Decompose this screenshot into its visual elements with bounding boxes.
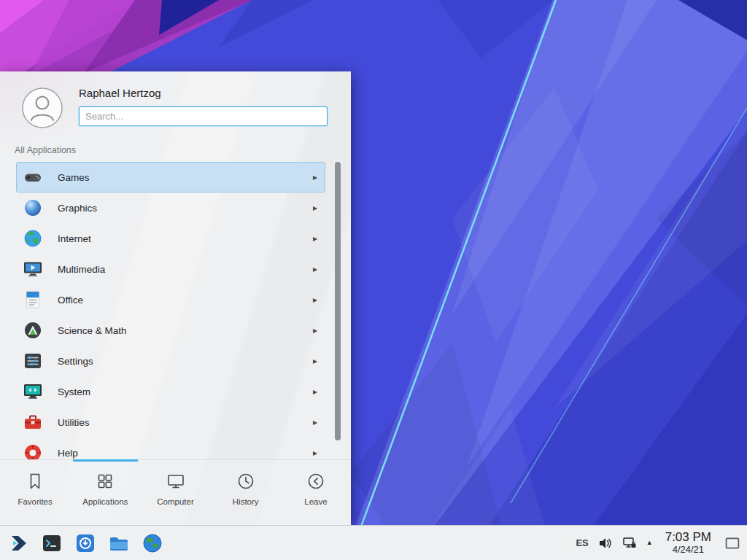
tab-label: Favorites: [18, 497, 52, 506]
category-label: Help: [58, 448, 78, 459]
category-internet[interactable]: Internet ▸: [16, 223, 325, 254]
tray-expand-button[interactable]: ▲: [646, 540, 653, 546]
games-icon: [23, 167, 43, 187]
submenu-arrow-icon: ▸: [313, 264, 325, 274]
globe-icon: [142, 532, 163, 554]
folder-icon: [108, 532, 130, 554]
tab-history[interactable]: History: [211, 460, 281, 525]
user-avatar[interactable]: [22, 88, 63, 128]
submenu-arrow-icon: ▸: [313, 356, 325, 366]
category-settings[interactable]: Settings ▸: [16, 346, 325, 376]
category-graphics[interactable]: Graphics ▸: [16, 192, 325, 223]
category-help[interactable]: Help ▸: [16, 438, 325, 459]
clock-date: 4/24/21: [665, 545, 711, 556]
leave-icon: [306, 472, 325, 491]
category-label: Internet: [58, 233, 91, 244]
office-icon: [23, 289, 43, 310]
category-games[interactable]: Games ▸: [16, 162, 325, 192]
settings-icon: [23, 351, 43, 371]
history-clock-icon: [236, 472, 255, 491]
utilities-icon: [23, 412, 43, 432]
tab-label: History: [233, 497, 259, 506]
network-icon: [622, 536, 637, 551]
science-icon: [23, 320, 43, 341]
network-button[interactable]: [622, 536, 637, 551]
software-center-button[interactable]: [74, 532, 96, 554]
launcher-tab-bar: Favorites Applications Computer: [0, 459, 351, 525]
terminal-app-button[interactable]: [41, 532, 63, 554]
all-applications-label: All Applications: [15, 145, 76, 155]
taskbar-panel: ES ▲ 7:03 PM 4/24/21: [0, 525, 747, 560]
category-label: Office: [58, 295, 83, 306]
category-utilities[interactable]: Utilities ▸: [16, 407, 325, 438]
discover-icon: [74, 532, 96, 554]
system-icon: [23, 381, 43, 402]
category-multimedia[interactable]: Multimedia ▸: [16, 254, 325, 284]
help-icon: [23, 443, 43, 459]
tab-label: Applications: [82, 497, 128, 506]
submenu-arrow-icon: ▸: [313, 417, 325, 427]
clock-time: 7:03 PM: [665, 530, 711, 545]
computer-icon: [166, 472, 185, 491]
submenu-arrow-icon: ▸: [313, 386, 325, 397]
applications-grid-icon: [96, 472, 115, 491]
volume-button[interactable]: [598, 536, 613, 551]
show-desktop-icon: [724, 534, 741, 552]
submenu-arrow-icon: ▸: [313, 295, 325, 305]
internet-icon: [23, 228, 43, 249]
category-label: Utilities: [58, 417, 90, 428]
submenu-arrow-icon: ▸: [313, 448, 325, 458]
launcher-icon: [7, 532, 29, 554]
category-office[interactable]: Office ▸: [16, 284, 325, 315]
search-input[interactable]: [79, 106, 328, 126]
tab-label: Leave: [304, 497, 327, 506]
favorites-icon: [26, 472, 44, 491]
submenu-arrow-icon: ▸: [313, 325, 325, 335]
submenu-arrow-icon: ▸: [313, 172, 325, 182]
keyboard-layout-indicator[interactable]: ES: [576, 537, 588, 548]
launcher-header: Raphael Hertzog: [0, 71, 351, 139]
speaker-icon: [598, 536, 613, 551]
show-desktop-button[interactable]: [724, 529, 741, 558]
submenu-arrow-icon: ▸: [313, 203, 325, 213]
terminal-icon: [41, 532, 63, 554]
application-launcher-menu: Raphael Hertzog All Applications Games ▸: [0, 71, 351, 525]
tab-applications[interactable]: Applications: [70, 460, 140, 525]
tab-favorites[interactable]: Favorites: [0, 460, 70, 525]
category-label: System: [58, 386, 90, 397]
user-name: Raphael Hertzog: [79, 87, 161, 99]
app-launcher-button[interactable]: [7, 532, 29, 554]
graphics-icon: [23, 198, 43, 218]
category-label: Graphics: [58, 203, 97, 214]
category-label: Games: [58, 172, 90, 183]
submenu-arrow-icon: ▸: [313, 233, 325, 244]
tab-leave[interactable]: Leave: [281, 460, 351, 525]
category-label: Multimedia: [58, 264, 105, 275]
category-list: Games ▸ Graphics ▸: [0, 162, 351, 459]
system-tray: ES ▲ 7:03 PM 4/24/21: [576, 529, 747, 558]
taskbar-left: [0, 532, 163, 554]
category-label: Science & Math: [58, 325, 127, 336]
multimedia-icon: [23, 259, 43, 279]
tab-label: Computer: [157, 497, 194, 506]
list-scrollbar[interactable]: [335, 162, 341, 440]
tab-computer[interactable]: Computer: [140, 460, 210, 525]
file-manager-button[interactable]: [108, 532, 130, 554]
category-system[interactable]: System ▸: [16, 376, 325, 407]
category-label: Settings: [58, 356, 93, 367]
digital-clock[interactable]: 7:03 PM 4/24/21: [662, 530, 714, 555]
web-browser-button[interactable]: [142, 532, 163, 554]
active-tab-indicator: [73, 459, 138, 462]
category-science-math[interactable]: Science & Math ▸: [16, 315, 325, 346]
